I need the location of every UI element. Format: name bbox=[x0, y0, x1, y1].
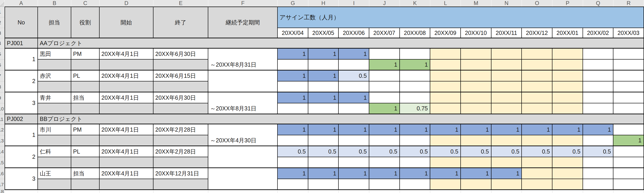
assign-cell[interactable] bbox=[552, 59, 583, 70]
assign-cell[interactable] bbox=[308, 81, 339, 92]
assign-cell[interactable]: 1 bbox=[430, 124, 461, 135]
assign-cell[interactable] bbox=[339, 103, 369, 114]
header-role[interactable]: 役割 bbox=[71, 6, 100, 38]
assign-cell[interactable] bbox=[614, 92, 644, 103]
assign-cell[interactable] bbox=[461, 92, 492, 103]
assign-cell[interactable] bbox=[461, 49, 492, 59]
assign-cell[interactable] bbox=[461, 81, 492, 92]
row-header-4[interactable]: 4 bbox=[0, 38, 4, 49]
project-id-cell[interactable]: PJ001 bbox=[4, 38, 38, 49]
assign-cell[interactable]: 1 bbox=[278, 168, 308, 179]
col-header-A[interactable]: A bbox=[4, 0, 38, 6]
assign-cell[interactable] bbox=[522, 70, 552, 81]
assign-cell[interactable]: 0.5 bbox=[278, 146, 308, 157]
assign-cell[interactable] bbox=[461, 59, 492, 70]
assign-cell[interactable] bbox=[614, 70, 644, 81]
assign-cell[interactable]: 1 bbox=[308, 92, 339, 103]
assign-cell[interactable] bbox=[461, 179, 492, 190]
member-end-cell[interactable]: 20XX年6月30日 bbox=[154, 49, 208, 59]
assign-cell[interactable] bbox=[614, 146, 644, 157]
row-header-10[interactable]: 10 bbox=[0, 103, 4, 114]
member-blank-cell[interactable] bbox=[154, 157, 208, 168]
assign-cell[interactable] bbox=[278, 135, 308, 146]
month-header-20XX-04[interactable]: 20XX/04 bbox=[278, 28, 308, 38]
col-header-C[interactable]: C bbox=[71, 0, 100, 6]
member-start-cell[interactable]: 20XX年4月1日 bbox=[100, 49, 154, 59]
member-name-cell[interactable]: 青井 bbox=[38, 92, 71, 103]
assign-cell[interactable] bbox=[430, 157, 461, 168]
empty-cell[interactable] bbox=[208, 190, 278, 193]
row-header-7[interactable]: 7 bbox=[0, 70, 4, 81]
assign-cell[interactable]: 0.5 bbox=[339, 70, 369, 81]
assign-cell[interactable] bbox=[461, 157, 492, 168]
assign-cell[interactable] bbox=[308, 157, 339, 168]
assign-cell[interactable]: 1 bbox=[308, 168, 339, 179]
member-end-cell[interactable]: 20XX年6月30日 bbox=[154, 92, 208, 103]
member-blank-cell[interactable] bbox=[100, 179, 154, 190]
header-assignee[interactable]: 担当 bbox=[38, 6, 71, 38]
empty-cell[interactable] bbox=[278, 190, 308, 193]
member-blank-cell[interactable] bbox=[100, 157, 154, 168]
assign-cell[interactable] bbox=[430, 135, 461, 146]
member-name-cell[interactable]: 市川 bbox=[38, 124, 71, 135]
continuation-blank-cell[interactable] bbox=[208, 146, 278, 157]
assign-cell[interactable]: 1 bbox=[369, 168, 400, 179]
assign-cell[interactable] bbox=[583, 81, 614, 92]
assign-cell[interactable]: 1 bbox=[308, 124, 339, 135]
member-end-cell[interactable]: 20XX年2月28日 bbox=[154, 146, 208, 157]
header-no[interactable]: No bbox=[4, 6, 38, 38]
member-blank-cell[interactable] bbox=[71, 81, 100, 92]
row-header-8[interactable]: 8 bbox=[0, 81, 4, 92]
assign-cell[interactable] bbox=[552, 81, 583, 92]
member-name-cell[interactable]: 仁科 bbox=[38, 146, 71, 157]
assign-cell[interactable]: 0.5 bbox=[308, 146, 339, 157]
row-header-11[interactable]: 11 bbox=[0, 114, 4, 124]
member-blank-cell[interactable] bbox=[71, 179, 100, 190]
assign-cell[interactable]: 0.5 bbox=[522, 146, 552, 157]
month-header-20XX-05[interactable]: 20XX/05 bbox=[308, 28, 339, 38]
member-blank-cell[interactable] bbox=[154, 59, 208, 70]
member-name-cell[interactable]: 山王 bbox=[38, 168, 71, 179]
col-header-M[interactable]: M bbox=[461, 0, 492, 6]
assign-cell[interactable]: 1 bbox=[278, 92, 308, 103]
month-header-20XX-11[interactable]: 20XX/11 bbox=[492, 28, 522, 38]
month-header-20XX-08[interactable]: 20XX/08 bbox=[400, 28, 430, 38]
member-end-cell[interactable]: 20XX年6月15日 bbox=[154, 70, 208, 81]
continuation-blank-cell[interactable] bbox=[208, 92, 278, 103]
assign-cell[interactable] bbox=[369, 81, 400, 92]
empty-cell[interactable] bbox=[154, 190, 208, 193]
assign-cell[interactable] bbox=[278, 157, 308, 168]
assign-cell[interactable] bbox=[492, 81, 522, 92]
assign-cell[interactable] bbox=[492, 70, 522, 81]
member-role-cell[interactable]: PL bbox=[71, 70, 100, 81]
col-header-J[interactable]: J bbox=[369, 0, 400, 6]
member-blank-cell[interactable] bbox=[38, 135, 71, 146]
project-name-cell[interactable]: AAプロジェクト bbox=[38, 38, 644, 49]
member-blank-cell[interactable] bbox=[38, 179, 71, 190]
member-role-cell[interactable]: 担当 bbox=[71, 168, 100, 179]
month-header-20XX-12[interactable]: 20XX/12 bbox=[522, 28, 552, 38]
member-role-cell[interactable]: 担当 bbox=[71, 92, 100, 103]
empty-cell[interactable] bbox=[461, 190, 492, 193]
row-header-13[interactable]: 13 bbox=[0, 135, 4, 146]
assign-cell[interactable]: 1 bbox=[461, 168, 492, 179]
assign-cell[interactable] bbox=[430, 179, 461, 190]
assign-cell[interactable] bbox=[430, 103, 461, 114]
member-blank-cell[interactable] bbox=[71, 103, 100, 114]
month-header-20XX-01[interactable]: 20XX/01 bbox=[552, 28, 583, 38]
month-header-20XX-06[interactable]: 20XX/06 bbox=[339, 28, 369, 38]
assign-cell[interactable] bbox=[400, 81, 430, 92]
assign-cell[interactable] bbox=[308, 179, 339, 190]
member-no-cell[interactable]: 1 bbox=[4, 49, 38, 70]
continuation-cell[interactable] bbox=[208, 157, 278, 168]
member-no-cell[interactable]: 2 bbox=[4, 70, 38, 92]
assign-cell[interactable] bbox=[492, 49, 522, 59]
col-header-P[interactable]: P bbox=[552, 0, 583, 6]
member-start-cell[interactable]: 20XX年4月1日 bbox=[100, 168, 154, 179]
assign-cell[interactable] bbox=[522, 179, 552, 190]
col-header-R[interactable]: R bbox=[614, 0, 644, 6]
empty-cell[interactable] bbox=[492, 190, 522, 193]
member-no-cell[interactable]: 2 bbox=[4, 146, 38, 168]
assign-cell[interactable]: 1 bbox=[339, 49, 369, 59]
assign-cell[interactable] bbox=[430, 92, 461, 103]
